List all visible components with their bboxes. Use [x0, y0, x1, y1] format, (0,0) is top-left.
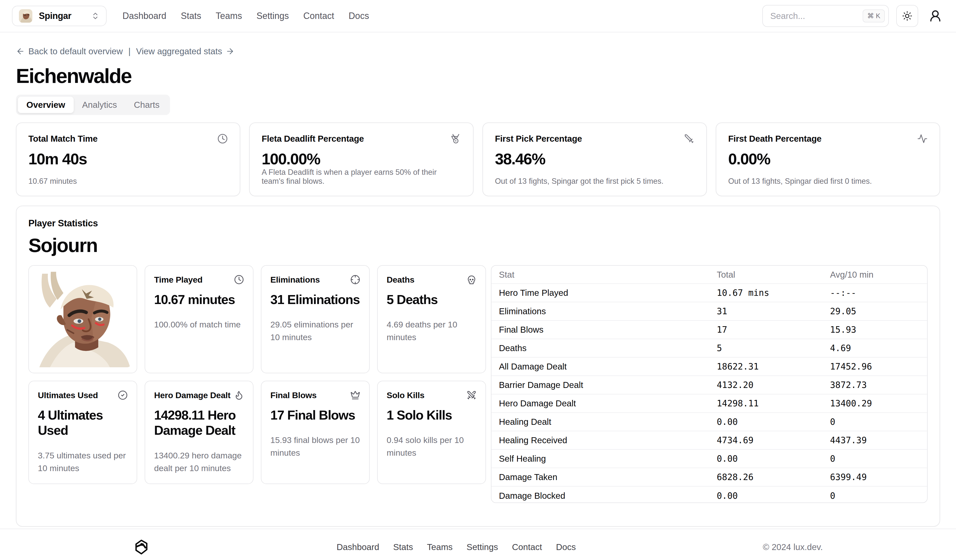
card-label: Fleta Deadlift Percentage [262, 134, 364, 144]
stat-avg-cell: 29.05 [822, 302, 927, 321]
card-label: First Pick Percentage [495, 134, 582, 144]
search-input[interactable]: Search... ⌘ K [762, 5, 889, 27]
back-to-overview-link[interactable]: Back to default overview [16, 46, 123, 56]
hero-stat-card: Final Blows 17 Final Blows 15.93 final b… [261, 381, 370, 484]
tab-bar: OverviewAnalyticsCharts [16, 94, 170, 115]
theme-toggle-button[interactable] [896, 5, 918, 27]
stat-name-cell: All Damage Dealt [491, 357, 709, 376]
card-value: 17 Final Blows [270, 407, 360, 423]
stat-name-cell: Hero Time Played [491, 284, 709, 302]
summary-card: First Pick Percentage 38.46% Out of 13 f… [483, 123, 707, 196]
table-row: Hero Time Played 10.67 mins --:-- [491, 284, 927, 302]
footer-link[interactable]: Contact [512, 542, 542, 552]
hero-stat-card: Time Played 10.67 minutes 100.00% of mat… [145, 265, 253, 373]
card-label: Final Blows [270, 390, 317, 400]
nav-link[interactable]: Contact [303, 11, 334, 21]
card-value: 14298.11 Hero Damage Dealt [154, 407, 244, 438]
team-avatar [19, 9, 32, 23]
card-label: Solo Kills [387, 390, 425, 400]
tab[interactable]: Overview [18, 97, 74, 113]
card-label: Time Played [154, 275, 203, 285]
card-value: 5 Deaths [387, 292, 476, 307]
stat-avg-cell: 3872.73 [822, 376, 927, 394]
card-description: Out of 13 fights, Spingar died first 0 t… [728, 177, 928, 186]
stat-total-cell: 0.00 [709, 412, 822, 431]
table-row: Damage Blocked 0.00 0 [491, 486, 927, 503]
hero-name: Sojourn [28, 234, 928, 257]
card-value: 0.00% [728, 150, 928, 168]
card-label: Deaths [387, 275, 415, 285]
hero-stat-card: Ultimates Used 4 Ultimates Used 3.75 ult… [28, 381, 137, 484]
summary-card: Fleta Deadlift Percentage 100.00% A Flet… [249, 123, 473, 196]
crosshair-icon [350, 275, 360, 285]
table-row: Healing Received 4734.69 4437.39 [491, 431, 927, 450]
footer-link[interactable]: Dashboard [336, 542, 379, 552]
stat-name-cell: Healing Received [491, 431, 709, 450]
hero-stat-cards: Time Played 10.67 minutes 100.00% of mat… [28, 265, 486, 484]
stat-avg-cell: 0 [822, 486, 927, 503]
card-value: 38.46% [495, 150, 694, 168]
nav-link[interactable]: Teams [215, 11, 242, 21]
hero-stat-card: Eliminations 31 Eliminations 29.05 elimi… [261, 265, 370, 373]
card-description: 15.93 final blows per 10 minutes [270, 434, 360, 459]
card-value: 100.00% [262, 150, 461, 168]
stat-total-cell: 4734.69 [709, 431, 822, 450]
arrow-right-icon [226, 47, 234, 56]
stat-avg-cell: 4437.39 [822, 431, 927, 450]
card-value: 1 Solo Kills [387, 407, 476, 423]
footer: DashboardStatsTeamsSettingsContactDocs ©… [0, 529, 956, 560]
stat-name-cell: Healing Dealt [491, 412, 709, 431]
stat-name-cell: Hero Damage Dealt [491, 394, 709, 412]
hero-portrait-card [28, 265, 137, 373]
copyright: © 2024 lux.dev. [763, 542, 823, 552]
swords-icon [467, 390, 476, 400]
table-row: Barrier Damage Dealt 4132.20 3872.73 [491, 376, 927, 394]
stat-total-cell: 10.67 mins [709, 284, 822, 302]
stat-name-cell: Deaths [491, 339, 709, 357]
hero-stat-card: Solo Kills 1 Solo Kills 0.94 solo kills … [377, 381, 486, 484]
card-value: 10m 40s [28, 150, 228, 168]
summary-card: Total Match Time 10m 40s 10.67 minutes [16, 123, 240, 196]
stat-total-cell: 14298.11 [709, 394, 822, 412]
table-row: Eliminations 31 29.05 [491, 302, 927, 321]
nav-links: DashboardStatsTeamsSettingsContactDocs [123, 11, 369, 21]
hero-stat-card: Deaths 5 Deaths 4.69 deaths per 10 minut… [377, 265, 486, 373]
card-description: 29.05 eliminations per 10 minutes [270, 318, 360, 344]
stat-total-cell: 0.00 [709, 450, 822, 468]
card-description: 0.94 solo kills per 10 minutes [387, 434, 476, 459]
table-row: Self Healing 0.00 0 [491, 450, 927, 468]
footer-link[interactable]: Stats [393, 542, 413, 552]
team-selector[interactable]: Spingar [12, 6, 107, 26]
tab[interactable]: Analytics [74, 97, 126, 113]
card-value: 4 Ultimates Used [38, 407, 128, 438]
user-icon[interactable] [929, 9, 942, 23]
forward-link-label: View aggregated stats [136, 46, 222, 56]
stat-total-cell: 18622.31 [709, 357, 822, 376]
summary-card: First Death Percentage 0.00% Out of 13 f… [716, 123, 940, 196]
card-label: Ultimates Used [38, 390, 98, 400]
footer-link[interactable]: Settings [467, 542, 498, 552]
crown-icon [350, 390, 360, 400]
table-row: All Damage Dealt 18622.31 17452.96 [491, 357, 927, 376]
table-row: Damage Taken 6828.26 6399.49 [491, 468, 927, 486]
card-description: 10.67 minutes [28, 177, 228, 186]
nav-link[interactable]: Stats [181, 11, 201, 21]
card-label: Total Match Time [28, 134, 97, 144]
clock-icon [234, 275, 244, 285]
footer-link[interactable]: Teams [427, 542, 453, 552]
chevrons-up-down-icon [91, 12, 99, 20]
arrow-left-icon [16, 47, 25, 56]
nav-link[interactable]: Settings [256, 11, 289, 21]
nav-link[interactable]: Dashboard [123, 11, 166, 21]
card-description: Out of 13 fights, Spingar got the first … [495, 177, 694, 186]
logo-shield-icon[interactable] [133, 539, 149, 555]
tab[interactable]: Charts [126, 97, 168, 113]
view-aggregated-stats-link[interactable]: View aggregated stats [136, 46, 234, 56]
footer-link[interactable]: Docs [556, 542, 576, 552]
card-value: 10.67 minutes [154, 292, 244, 307]
table-row: Deaths 5 4.69 [491, 339, 927, 357]
card-description: A Fleta Deadlift is when a player earns … [262, 168, 461, 186]
column-header-stat: Stat [491, 266, 709, 284]
hero-portrait-image [35, 271, 131, 367]
nav-link[interactable]: Docs [349, 11, 369, 21]
